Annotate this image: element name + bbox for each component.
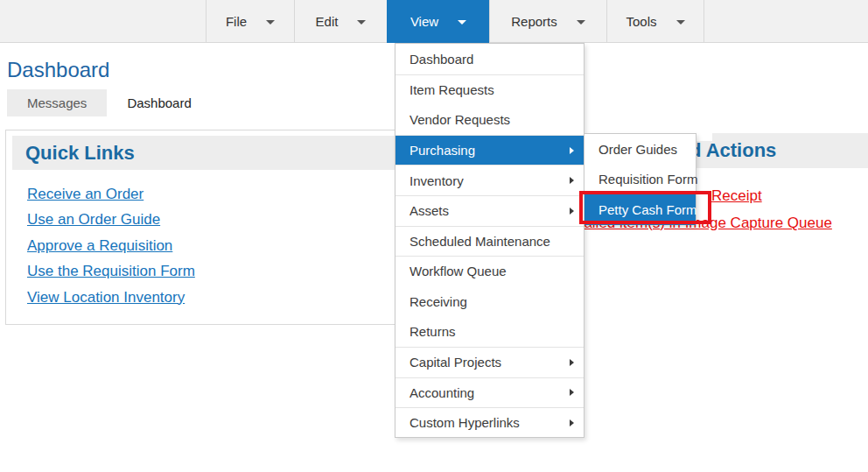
menu-item-scheduled-maintenance[interactable]: Scheduled Maintenance bbox=[396, 226, 584, 257]
tab-messages[interactable]: Messages bbox=[7, 89, 107, 116]
menu-items: File Edit View Reports Tools bbox=[206, 0, 704, 43]
menu-render-artifact bbox=[696, 130, 712, 141]
link-view-location-inventory[interactable]: View Location Inventory bbox=[27, 285, 195, 310]
menu-item-assets[interactable]: Assets bbox=[396, 195, 584, 226]
chevron-down-icon bbox=[266, 20, 275, 25]
menu-view[interactable]: View bbox=[387, 0, 489, 43]
submenu-arrow-icon bbox=[570, 147, 574, 154]
menu-item-label: Receiving bbox=[410, 294, 467, 309]
submenu-item-label: Order Guides bbox=[598, 142, 677, 157]
submenu-item-label: Petty Cash Form bbox=[598, 202, 697, 217]
menu-item-dashboard[interactable]: Dashboard bbox=[396, 44, 584, 74]
submenu-item-petty-cash-form[interactable]: Petty Cash Form bbox=[584, 194, 696, 225]
tab-dashboard[interactable]: Dashboard bbox=[107, 89, 211, 116]
menu-item-label: Item Requests bbox=[410, 82, 494, 97]
submenu-arrow-icon bbox=[570, 177, 574, 184]
chevron-down-icon bbox=[577, 20, 585, 25]
menu-file-label: File bbox=[226, 14, 247, 29]
menu-item-receiving[interactable]: Receiving bbox=[396, 286, 584, 317]
chevron-down-icon bbox=[458, 20, 466, 25]
menu-item-label: Assets bbox=[410, 203, 449, 218]
link-approve-a-requisition[interactable]: Approve a Requisition bbox=[27, 233, 195, 258]
submenu-arrow-icon bbox=[570, 419, 574, 426]
menu-item-label: Dashboard bbox=[410, 52, 473, 67]
menu-tools-label: Tools bbox=[626, 14, 656, 29]
menu-item-vendor-requests[interactable]: Vendor Requests bbox=[396, 104, 584, 135]
submenu-item-requisition-form[interactable]: Requisition Form bbox=[584, 165, 696, 195]
submenu-item-order-guides[interactable]: Order Guides bbox=[584, 134, 696, 165]
app-window: File Edit View Reports Tools Dashboard bbox=[0, 0, 868, 472]
menu-edit-label: Edit bbox=[316, 14, 339, 29]
menu-item-inventory[interactable]: Inventory bbox=[396, 165, 584, 195]
purchasing-submenu: Order Guides Requisition Form Petty Cash… bbox=[584, 133, 696, 225]
menu-bar: File Edit View Reports Tools bbox=[0, 0, 868, 43]
chevron-down-icon bbox=[676, 20, 685, 25]
link-use-an-order-guide[interactable]: Use an Order Guide bbox=[27, 207, 195, 232]
menu-item-label: Accounting bbox=[410, 385, 474, 400]
menu-item-workflow-queue[interactable]: Workflow Queue bbox=[396, 256, 584, 286]
tab-bar: Messages Dashboard bbox=[7, 89, 212, 116]
quick-links-title: Quick Links bbox=[12, 142, 135, 165]
menu-item-accounting[interactable]: Accounting bbox=[396, 377, 584, 408]
menu-file[interactable]: File bbox=[206, 0, 294, 43]
view-dropdown-menu: Dashboard Item Requests Vendor Requests … bbox=[395, 43, 584, 438]
menu-item-label: Custom Hyperlinks bbox=[410, 415, 520, 430]
menu-item-label: Returns bbox=[410, 324, 456, 339]
menu-item-custom-hyperlinks[interactable]: Custom Hyperlinks bbox=[396, 407, 584, 438]
submenu-arrow-icon bbox=[570, 208, 574, 215]
menu-item-capital-projects[interactable]: Capital Projects bbox=[396, 347, 584, 377]
menu-item-label: Scheduled Maintenance bbox=[410, 234, 550, 249]
menu-item-label: Inventory bbox=[410, 173, 464, 188]
menu-tools[interactable]: Tools bbox=[606, 0, 704, 43]
menu-item-label: Purchasing bbox=[410, 143, 475, 158]
menu-item-item-requests[interactable]: Item Requests bbox=[396, 74, 584, 105]
chevron-down-icon bbox=[357, 20, 366, 25]
link-use-the-requisition-form[interactable]: Use the Requisition Form bbox=[27, 258, 195, 284]
menu-item-returns[interactable]: Returns bbox=[396, 316, 584, 347]
menu-item-label: Vendor Requests bbox=[410, 112, 510, 127]
menu-item-purchasing[interactable]: Purchasing bbox=[396, 135, 584, 166]
menu-reports[interactable]: Reports bbox=[489, 0, 606, 43]
menu-edit[interactable]: Edit bbox=[294, 0, 387, 43]
link-receive-an-order[interactable]: Receive an Order bbox=[27, 181, 195, 207]
page-title: Dashboard bbox=[7, 58, 109, 82]
submenu-arrow-icon bbox=[570, 359, 574, 366]
quick-links-list: Receive an Order Use an Order Guide Appr… bbox=[27, 181, 195, 310]
link-receipt-alert[interactable]: Receipt bbox=[711, 187, 762, 205]
submenu-item-label: Requisition Form bbox=[598, 172, 697, 187]
menu-item-label: Capital Projects bbox=[410, 355, 501, 370]
menu-view-label: View bbox=[410, 14, 438, 29]
menu-item-label: Workflow Queue bbox=[410, 264, 507, 278]
menu-reports-label: Reports bbox=[511, 14, 557, 29]
submenu-arrow-icon bbox=[570, 389, 574, 396]
